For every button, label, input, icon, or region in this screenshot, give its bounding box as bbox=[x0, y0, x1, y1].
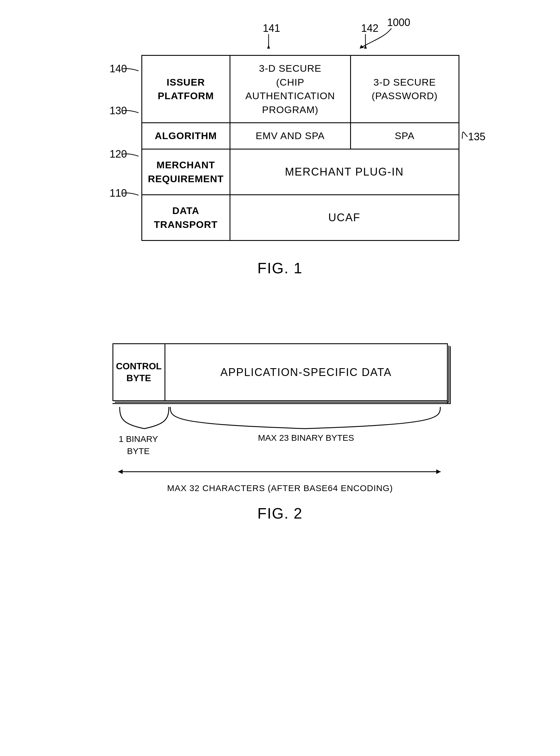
control-byte-cell: CONTROL BYTE bbox=[113, 344, 165, 400]
svg-marker-4 bbox=[118, 470, 123, 474]
cell-merchant-plugin: MERCHANT PLUG-IN bbox=[230, 149, 459, 195]
cell-ucaf: UCAF bbox=[230, 195, 459, 241]
data-box: CONTROL BYTE APPLICATION-SPECIFIC DATA bbox=[113, 343, 448, 401]
arrow-svg bbox=[101, 463, 459, 480]
brace-svg bbox=[101, 404, 459, 433]
fig1-caption: FIG. 1 bbox=[78, 259, 482, 277]
brace-labels: 1 BINARY BYTE MAX 23 BINARY BYTES bbox=[113, 433, 448, 457]
fig2-section: CONTROL BYTE APPLICATION-SPECIFIC DATA 1… bbox=[78, 332, 482, 522]
fig1-top-labels-svg: 1000 141 142 bbox=[141, 17, 488, 55]
app-specific-data-cell: APPLICATION-SPECIFIC DATA bbox=[165, 344, 447, 400]
cell-spa: SPA bbox=[351, 123, 459, 149]
cell-3d-secure-password: 3-D SECURE (PASSWORD) bbox=[351, 56, 459, 123]
cell-issuer-platform: ISSUER PLATFORM bbox=[142, 56, 230, 123]
fig2-diagram: CONTROL BYTE APPLICATION-SPECIFIC DATA 1… bbox=[101, 343, 459, 493]
max-23-bytes-label: MAX 23 BINARY BYTES bbox=[164, 433, 448, 457]
svg-marker-1 bbox=[267, 45, 270, 48]
cell-data-transport: DATA TRANSPORT bbox=[142, 195, 230, 241]
cell-algorithm: ALGORITHM bbox=[142, 123, 230, 149]
table-row-issuer: ISSUER PLATFORM 3-D SECURE (CHIP AUTHENT… bbox=[142, 56, 459, 123]
cell-3d-secure-cap: 3-D SECURE (CHIP AUTHENTICATION PROGRAM) bbox=[230, 56, 351, 123]
left-labels-svg: 140 130 120 110 bbox=[107, 55, 141, 223]
fig2-caption: FIG. 2 bbox=[78, 505, 482, 522]
label-1000: 1000 bbox=[387, 17, 410, 28]
label-135: 135 bbox=[468, 131, 485, 143]
binary-byte-label: 1 BINARY BYTE bbox=[113, 433, 164, 457]
right-label-svg: 135 bbox=[462, 55, 497, 223]
label-141: 141 bbox=[263, 22, 280, 34]
cell-emv-spa: EMV AND SPA bbox=[230, 123, 351, 149]
table-row-algorithm: ALGORITHM EMV AND SPA SPA bbox=[142, 123, 459, 149]
svg-marker-5 bbox=[436, 470, 441, 474]
table-row-data-transport: DATA TRANSPORT UCAF bbox=[142, 195, 459, 241]
max-32-chars-label: MAX 32 CHARACTERS (AFTER BASE64 ENCODING… bbox=[101, 483, 459, 493]
fig1-section: 1000 141 142 140 bbox=[78, 17, 482, 291]
label-142: 142 bbox=[361, 22, 378, 34]
fig1-table: ISSUER PLATFORM 3-D SECURE (CHIP AUTHENT… bbox=[141, 55, 459, 241]
cell-merchant-requirement: MERCHANT REQUIREMENT bbox=[142, 149, 230, 195]
table-row-merchant: MERCHANT REQUIREMENT MERCHANT PLUG-IN bbox=[142, 149, 459, 195]
